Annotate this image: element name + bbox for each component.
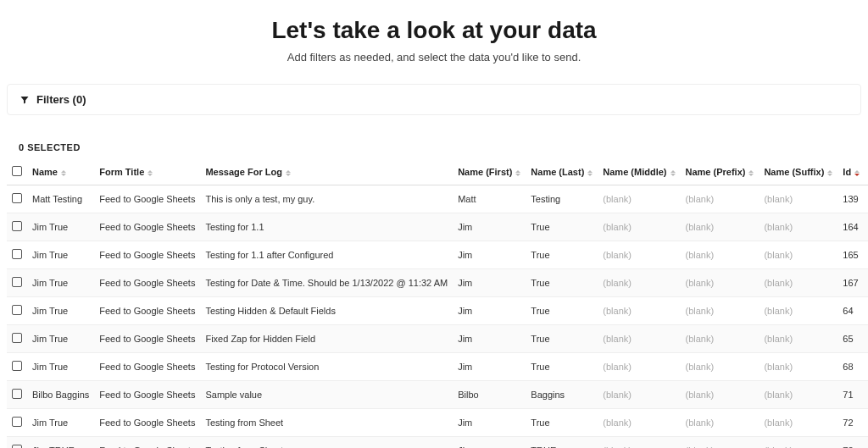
cell-form_title: Feed to Google Sheets <box>94 325 200 353</box>
filters-toggle[interactable]: Filters (0) <box>7 84 861 115</box>
cell-name_last: True <box>526 409 598 437</box>
sort-icon <box>670 170 676 176</box>
data-table: NameForm TitleMessage For LogName (First… <box>7 159 868 448</box>
cell-name_suffix: (blank) <box>759 241 837 269</box>
cell-name_middle: (blank) <box>598 325 680 353</box>
row-checkbox[interactable] <box>12 445 22 448</box>
page-title: Let's take a look at your data <box>7 17 861 44</box>
sort-icon <box>748 170 754 176</box>
cell-email: jimtrue@jimtrue.com <box>865 325 868 353</box>
cell-name_middle: (blank) <box>598 185 680 213</box>
filter-icon <box>19 95 30 105</box>
row-checkbox[interactable] <box>12 221 22 231</box>
cell-email: jimtrue@jimtrue.com <box>865 213 868 241</box>
cell-name_first: Jim <box>453 325 526 353</box>
column-header-message[interactable]: Message For Log <box>200 159 453 185</box>
table-row: Matt TestingFeed to Google SheetsThis is… <box>7 185 868 213</box>
cell-name: Jim True <box>27 269 94 297</box>
cell-name_last: Baggins <box>526 381 598 409</box>
column-header-name_suffix[interactable]: Name (Suffix) <box>759 159 837 185</box>
cell-form_title: Feed to Google Sheets <box>94 437 200 449</box>
cell-name_suffix: (blank) <box>759 437 837 449</box>
cell-name: Jim True <box>27 409 94 437</box>
cell-form_title: Feed to Google Sheets <box>94 213 200 241</box>
column-header-name_prefix[interactable]: Name (Prefix) <box>681 159 760 185</box>
column-header-id[interactable]: Id <box>837 159 865 185</box>
column-label: Name (Suffix) <box>764 167 824 177</box>
cell-name_middle: (blank) <box>598 409 680 437</box>
table-row: Jim TRUEFeed to Google SheetsTesting fro… <box>7 437 868 449</box>
sort-icon <box>286 170 291 176</box>
cell-name_last: True <box>526 353 598 381</box>
cell-name_first: Bilbo <box>453 381 526 409</box>
cell-name: Jim True <box>27 213 94 241</box>
cell-id: 164 <box>837 213 865 241</box>
cell-name_suffix: (blank) <box>759 353 837 381</box>
column-label: Name <box>32 167 58 177</box>
cell-id: 68 <box>837 353 865 381</box>
column-header-name[interactable]: Name <box>27 159 94 185</box>
page-header: Let's take a look at your data Add filte… <box>7 17 861 64</box>
cell-id: 72 <box>837 409 865 437</box>
table-row: Jim TrueFeed to Google SheetsTesting fro… <box>7 409 868 437</box>
column-label: Name (Prefix) <box>686 167 746 177</box>
column-header-form_title[interactable]: Form Title <box>94 159 200 185</box>
cell-name_first: Jim <box>453 269 526 297</box>
column-header-name_last[interactable]: Name (Last) <box>526 159 598 185</box>
cell-message: Testing from Sheet <box>200 409 453 437</box>
table-row: Jim TrueFeed to Google SheetsTesting for… <box>7 241 868 269</box>
cell-id: 65 <box>837 325 865 353</box>
cell-name_prefix: (blank) <box>681 353 760 381</box>
column-header-name_middle[interactable]: Name (Middle) <box>598 159 680 185</box>
cell-name_prefix: (blank) <box>681 437 760 449</box>
table-row: Jim TrueFeed to Google SheetsTesting for… <box>7 353 868 381</box>
cell-form_title: Feed to Google Sheets <box>94 185 200 213</box>
cell-form_title: Feed to Google Sheets <box>94 381 200 409</box>
cell-name_middle: (blank) <box>598 381 680 409</box>
cell-name_last: True <box>526 213 598 241</box>
cell-name_first: Jim <box>453 437 526 449</box>
cell-name_first: Matt <box>453 185 526 213</box>
row-checkbox[interactable] <box>12 333 22 343</box>
select-all-checkbox[interactable] <box>12 166 22 176</box>
row-checkbox[interactable] <box>12 277 22 287</box>
column-label: Id <box>843 167 851 177</box>
cell-name_middle: (blank) <box>598 269 680 297</box>
cell-message: Testing for Date & Time. Should be 1/13/… <box>200 269 453 297</box>
cell-name: Jim True <box>27 325 94 353</box>
row-checkbox[interactable] <box>12 305 22 315</box>
cell-name_prefix: (blank) <box>681 213 760 241</box>
cell-name_prefix: (blank) <box>681 325 760 353</box>
sort-icon <box>827 170 832 176</box>
table-row: Jim TrueFeed to Google SheetsTesting Hid… <box>7 297 868 325</box>
filters-label: Filters (0) <box>36 93 86 106</box>
cell-name_suffix: (blank) <box>759 213 837 241</box>
table-row: Jim TrueFeed to Google SheetsTesting for… <box>7 213 868 241</box>
cell-id: 139 <box>837 185 865 213</box>
cell-name_middle: (blank) <box>598 297 680 325</box>
cell-form_title: Feed to Google Sheets <box>94 409 200 437</box>
cell-id: 167 <box>837 269 865 297</box>
cell-name_suffix: (blank) <box>759 409 837 437</box>
column-header-email[interactable]: Email <box>865 159 868 185</box>
cell-name_middle: (blank) <box>598 213 680 241</box>
cell-id: 73 <box>837 437 865 449</box>
row-checkbox[interactable] <box>12 361 22 371</box>
column-label: Name (Last) <box>531 167 584 177</box>
selection-count: 0 SELECTED <box>7 136 861 159</box>
cell-name_first: Jim <box>453 297 526 325</box>
cell-name_prefix: (blank) <box>681 241 760 269</box>
table-row: Jim TrueFeed to Google SheetsTesting for… <box>7 269 868 297</box>
cell-message: Testing for 1.1 after Configured <box>200 241 453 269</box>
row-checkbox[interactable] <box>12 193 22 203</box>
cell-name_middle: (blank) <box>598 353 680 381</box>
cell-form_title: Feed to Google Sheets <box>94 269 200 297</box>
row-checkbox[interactable] <box>12 389 22 399</box>
column-label: Form Title <box>99 167 144 177</box>
cell-name_prefix: (blank) <box>681 297 760 325</box>
column-header-name_first[interactable]: Name (First) <box>453 159 526 185</box>
row-checkbox[interactable] <box>12 417 22 427</box>
cell-name_prefix: (blank) <box>681 269 760 297</box>
cell-name: Bilbo Baggins <box>27 381 94 409</box>
row-checkbox[interactable] <box>12 249 22 259</box>
